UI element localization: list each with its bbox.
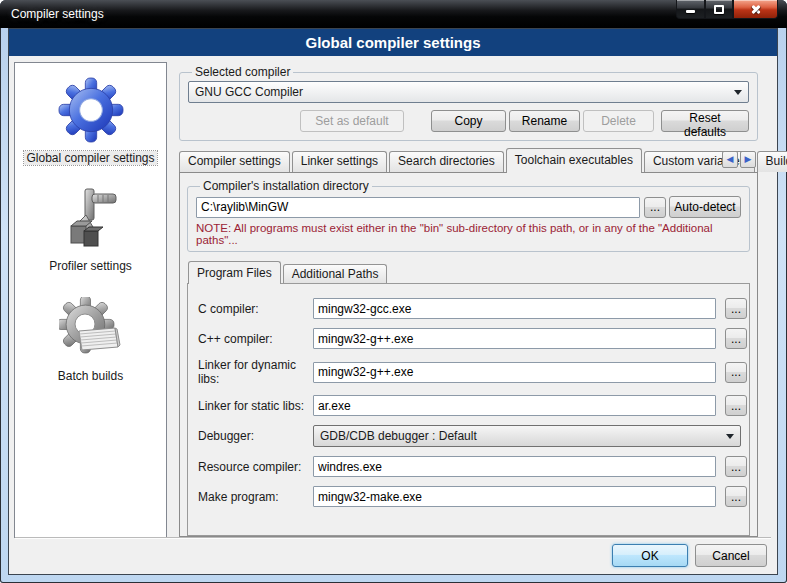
toolchain-executables-panel: Compiler's installation directory ... Au… (179, 172, 758, 537)
title-bar[interactable]: Compiler settings (0, 0, 787, 28)
window-title: Compiler settings (0, 7, 104, 21)
program-files-tabbar: Program Files Additional Paths (188, 260, 750, 283)
cancel-button[interactable]: Cancel (695, 544, 767, 567)
tab-scroll-left-button[interactable]: ◀ (722, 151, 738, 168)
field-row-make-program: Make program: ... (196, 486, 741, 507)
field-label: Debugger: (196, 429, 308, 443)
debugger-select[interactable]: GDB/CDB debugger : Default (313, 425, 741, 447)
tab-linker-settings[interactable]: Linker settings (292, 151, 387, 172)
field-label: Make program: (196, 490, 308, 504)
reset-defaults-button[interactable]: Reset defaults (661, 110, 749, 132)
browse-static-linker-button[interactable]: ... (725, 395, 747, 416)
compiler-select[interactable]: GNU GCC Compiler (188, 81, 749, 103)
close-button[interactable] (733, 0, 778, 19)
make-program-input[interactable] (313, 486, 716, 507)
minimize-icon (686, 10, 695, 13)
chevron-down-icon (726, 434, 734, 439)
compiler-settings-window: Compiler settings Global compiler settin… (0, 0, 787, 583)
browse-resource-compiler-button[interactable]: ... (725, 456, 747, 477)
field-label: Resource compiler: (196, 460, 308, 474)
field-label: Linker for dynamic libs: (196, 358, 308, 386)
gear-stack-icon (59, 297, 123, 361)
selected-compiler-group-label: Selected compiler (192, 65, 293, 79)
sidebar-item-profiler-settings[interactable]: Profiler settings (49, 187, 132, 273)
blue-gear-icon (58, 77, 124, 143)
field-row-debugger: Debugger: GDB/CDB debugger : Default (196, 425, 741, 447)
dialog-client-area: Global compiler settings (8, 28, 778, 575)
settings-tabbar: Compiler settings Linker settings Search… (179, 147, 758, 172)
install-dir-input[interactable] (196, 197, 640, 218)
field-row-c-compiler: C compiler: ... (196, 298, 741, 319)
tab-toolchain-executables[interactable]: Toolchain executables (506, 148, 642, 173)
browse-make-program-button[interactable]: ... (725, 486, 747, 507)
tab-build-options[interactable]: Build options (757, 151, 787, 172)
footer-buttons: OK Cancel (612, 544, 767, 567)
auto-detect-button[interactable]: Auto-detect (669, 196, 741, 218)
field-row-cpp-compiler: C++ compiler: ... (196, 328, 741, 349)
set-as-default-button[interactable]: Set as default (300, 110, 404, 132)
footer-separator (15, 537, 771, 539)
install-dir-note: NOTE: All programs must exist either in … (196, 222, 741, 246)
sidebar-item-label: Global compiler settings (24, 151, 156, 165)
subtab-additional-paths[interactable]: Additional Paths (283, 264, 388, 283)
minimize-button[interactable] (676, 0, 705, 19)
sidebar-item-label: Profiler settings (49, 259, 132, 273)
tab-compiler-settings[interactable]: Compiler settings (179, 151, 290, 172)
compiler-actions-row: Set as default Copy Rename Delete Reset … (188, 110, 749, 132)
settings-sidebar: Global compiler settings (14, 62, 167, 538)
main-panel: Selected compiler GNU GCC Compiler Set a… (179, 65, 758, 537)
cpp-compiler-input[interactable] (313, 328, 716, 349)
tab-scroll-right-button[interactable]: ▶ (740, 151, 756, 168)
maximize-icon (714, 5, 724, 14)
close-icon (750, 3, 762, 15)
program-files-panel: C compiler: ... C++ compiler: ... Linker… (187, 283, 750, 536)
debugger-select-value: GDB/CDB debugger : Default (320, 429, 477, 443)
arrow-right-icon: ▶ (745, 154, 752, 164)
selected-compiler-group: Selected compiler GNU GCC Compiler Set a… (179, 65, 758, 141)
window-controls (676, 0, 778, 19)
resource-compiler-input[interactable] (313, 456, 716, 477)
static-linker-input[interactable] (313, 395, 716, 416)
field-row-resource-compiler: Resource compiler: ... (196, 456, 741, 477)
sidebar-item-batch-builds[interactable]: Batch builds (58, 297, 123, 383)
field-label: C++ compiler: (196, 332, 308, 346)
install-dir-row: ... Auto-detect (196, 196, 741, 218)
ok-button[interactable]: OK (612, 544, 688, 567)
field-label: Linker for static libs: (196, 399, 308, 413)
delete-button[interactable]: Delete (583, 110, 654, 132)
install-dir-group-label: Compiler's installation directory (200, 179, 372, 193)
dynamic-linker-input[interactable] (313, 362, 716, 383)
maximize-button[interactable] (705, 0, 733, 19)
sidebar-item-label: Batch builds (58, 369, 123, 383)
field-row-dynamic-linker: Linker for dynamic libs: ... (196, 358, 741, 386)
browse-dynamic-linker-button[interactable]: ... (725, 362, 747, 383)
field-row-static-linker: Linker for static libs: ... (196, 395, 741, 416)
tab-scroll-buttons: ◀ ▶ (722, 151, 756, 168)
browse-c-compiler-button[interactable]: ... (725, 298, 747, 319)
tab-search-directories[interactable]: Search directories (389, 151, 504, 172)
browse-cpp-compiler-button[interactable]: ... (725, 328, 747, 349)
sidebar-item-global-compiler-settings[interactable]: Global compiler settings (24, 77, 156, 165)
rename-button[interactable]: Rename (509, 110, 580, 132)
chevron-down-icon (734, 90, 742, 95)
subtab-program-files[interactable]: Program Files (188, 261, 281, 284)
c-compiler-input[interactable] (313, 298, 716, 319)
install-dir-group: Compiler's installation directory ... Au… (187, 179, 750, 252)
browse-install-dir-button[interactable]: ... (644, 197, 666, 218)
field-label: C compiler: (196, 302, 308, 316)
page-title: Global compiler settings (305, 34, 480, 51)
copy-button[interactable]: Copy (431, 110, 506, 132)
compiler-select-value: GNU GCC Compiler (195, 85, 303, 99)
caliper-icon (58, 187, 122, 251)
arrow-left-icon: ◀ (727, 154, 734, 164)
dialog-header: Global compiler settings (9, 29, 777, 56)
